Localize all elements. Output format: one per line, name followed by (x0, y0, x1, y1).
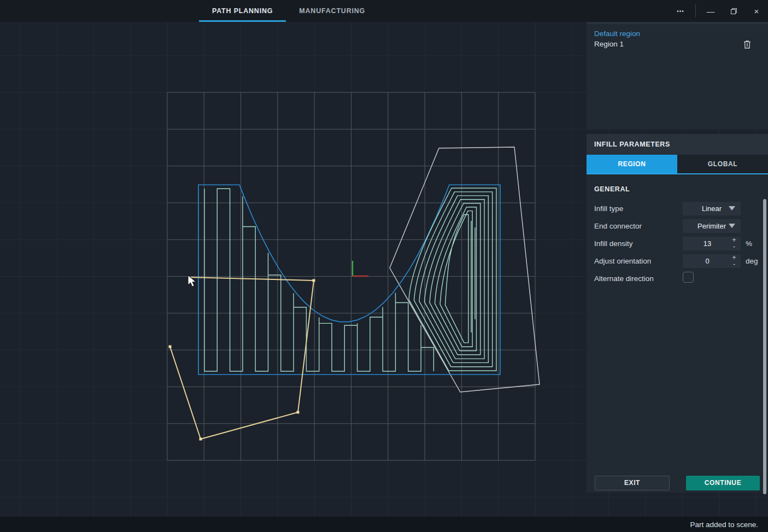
exit-button[interactable]: EXIT (595, 476, 670, 490)
adjust-orientation-input[interactable]: 0 + - (683, 254, 741, 268)
field-adjust-orientation: Adjust orientation 0 + - deg (587, 252, 768, 270)
field-label: End connector (594, 222, 683, 230)
continue-button[interactable]: CONTINUE (686, 476, 760, 490)
infill-parameters-panel: INFILL PARAMETERS REGION GLOBAL GENERAL … (587, 134, 768, 493)
field-alternate-direction: Alternate direction (587, 270, 768, 287)
panel-footer: EXIT CONTINUE (587, 473, 768, 493)
field-label: Adjust orientation (594, 257, 683, 265)
field-infill-type: Infill type Linear (587, 200, 768, 217)
panel-scrollbar (763, 198, 766, 472)
decrement-button[interactable]: - (730, 243, 738, 250)
region-item-1[interactable]: Region 1 (587, 39, 768, 49)
adjust-orientation-value: 0 (705, 257, 709, 265)
region-name: Default region (594, 30, 760, 38)
chevron-down-icon (729, 206, 735, 211)
field-infill-density: Infill density 13 + - % (587, 235, 768, 252)
app-window: PATH PLANNING MANUFACTURING ••• — × (0, 0, 768, 532)
infill-parameters-header: INFILL PARAMETERS (587, 134, 768, 155)
minimize-icon[interactable]: — (699, 0, 722, 22)
tab-global[interactable]: GLOBAL (677, 155, 768, 173)
more-options-icon[interactable]: ••• (669, 0, 692, 22)
region-name: Region 1 (594, 40, 742, 48)
restore-icon[interactable] (722, 0, 745, 22)
title-bar: PATH PLANNING MANUFACTURING ••• — × (0, 0, 768, 22)
end-connector-dropdown[interactable]: Perimiter (683, 219, 741, 233)
field-label: Infill type (594, 204, 683, 213)
fill-regions-panel: FILL REGIONS Default region Region 1 (587, 3, 768, 130)
field-label: Alternate direction (594, 274, 683, 283)
increment-button[interactable]: + (730, 237, 738, 244)
infill-type-value: Linear (702, 204, 722, 213)
increment-button[interactable]: + (730, 254, 738, 261)
chevron-down-icon (729, 224, 735, 228)
region-list: Default region Region 1 (587, 24, 768, 49)
infill-parameters-content: GENERAL Infill type Linear End connector… (587, 174, 768, 473)
field-end-connector: End connector Perimiter (587, 217, 768, 235)
main-tabs: PATH PLANNING MANUFACTURING (199, 0, 378, 22)
field-label: Infill density (594, 239, 683, 248)
infill-density-value: 13 (703, 239, 711, 248)
tab-path-planning[interactable]: PATH PLANNING (199, 0, 286, 22)
adjust-orientation-spinner: + - (730, 254, 738, 268)
delete-region-icon[interactable] (742, 39, 753, 50)
close-icon[interactable]: × (745, 0, 768, 22)
infill-density-spinner: + - (730, 237, 738, 250)
window-controls: ••• — × (669, 0, 768, 22)
general-section-title: GENERAL (587, 181, 768, 200)
alternate-direction-checkbox[interactable] (683, 272, 694, 283)
status-bar: Part added to scene. (0, 517, 768, 532)
region-item-default[interactable]: Default region (587, 28, 768, 39)
infill-scope-tabs: REGION GLOBAL (587, 155, 768, 174)
decrement-button[interactable]: - (730, 261, 738, 268)
scrollbar-thumb[interactable] (763, 199, 766, 494)
tab-manufacturing[interactable]: MANUFACTURING (286, 0, 378, 22)
infill-type-dropdown[interactable]: Linear (683, 202, 741, 215)
end-connector-value: Perimiter (697, 222, 726, 230)
infill-density-input[interactable]: 13 + - (683, 237, 741, 250)
window-controls-divider (695, 4, 696, 17)
status-message: Part added to scene. (690, 521, 758, 529)
tab-region[interactable]: REGION (587, 155, 677, 173)
